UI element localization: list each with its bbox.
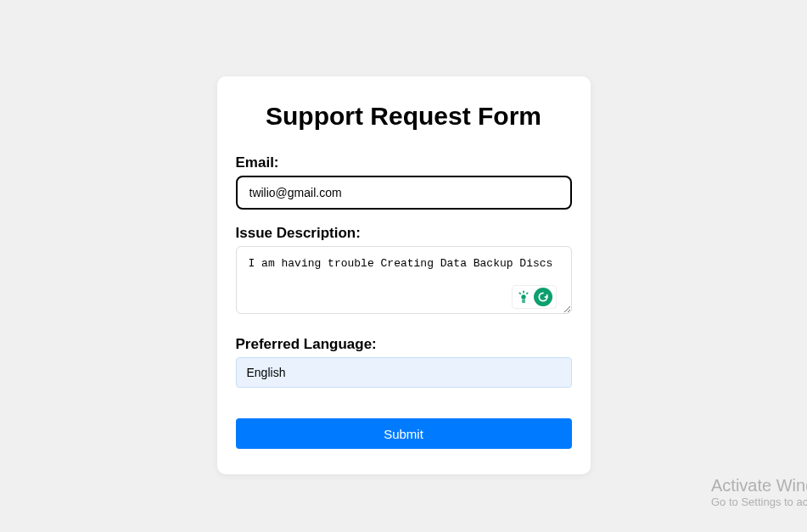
lightbulb-icon[interactable] [516, 289, 531, 305]
svg-point-0 [521, 294, 525, 299]
email-input[interactable] [236, 176, 572, 210]
support-request-form: Support Request Form Email: Issue Descri… [217, 76, 591, 474]
textarea-wrapper [236, 246, 572, 317]
grammarly-icon[interactable] [534, 288, 552, 306]
email-group: Email: [236, 154, 572, 210]
language-select[interactable]: English [236, 357, 572, 388]
email-label: Email: [236, 154, 572, 171]
issue-label: Issue Description: [236, 225, 572, 242]
issue-group: Issue Description: [236, 225, 572, 317]
language-group: Preferred Language: English [236, 336, 572, 388]
submit-button[interactable]: Submit [236, 418, 572, 449]
textarea-extension-overlay [512, 285, 557, 309]
form-title: Support Request Form [236, 102, 572, 131]
watermark-title: Activate Windows [711, 476, 807, 496]
language-label: Preferred Language: [236, 336, 572, 353]
windows-activation-watermark: Activate Windows Go to Settings to activ… [711, 476, 807, 508]
watermark-subtitle: Go to Settings to activate Windows. [711, 496, 807, 508]
